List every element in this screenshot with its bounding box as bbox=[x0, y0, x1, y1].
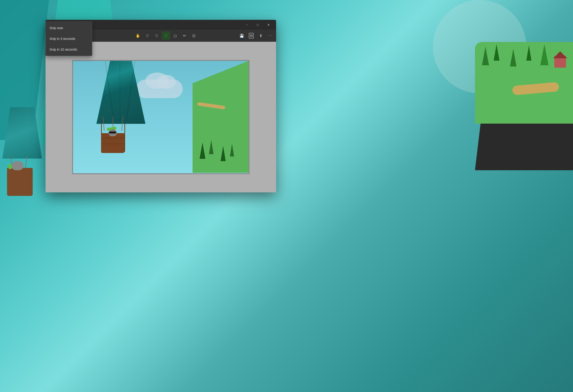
window-controls: − □ ✕ bbox=[242, 21, 274, 28]
save-icon: 💾 bbox=[239, 34, 244, 38]
snip-3s-item[interactable]: Snip in 3 seconds bbox=[46, 33, 92, 44]
maximize-button[interactable]: □ bbox=[252, 21, 263, 28]
bg-island-top bbox=[475, 42, 573, 124]
bg-balloon-top bbox=[2, 107, 42, 159]
dropdown-menu: Snip now Snip in 3 seconds Snip in 10 se… bbox=[46, 21, 92, 56]
pen-button[interactable]: ✏ bbox=[180, 32, 189, 40]
highlighter1-icon: ▽ bbox=[146, 34, 149, 38]
canvas-area bbox=[46, 42, 276, 192]
cat-figure bbox=[107, 127, 119, 139]
copy-button[interactable]: ⧉ bbox=[247, 32, 256, 40]
close-button[interactable]: ✕ bbox=[263, 21, 274, 28]
touch-tool-button[interactable]: ✋ bbox=[134, 32, 142, 40]
eraser-icon: ◻ bbox=[174, 34, 177, 38]
bg-balloon-basket bbox=[7, 168, 33, 196]
crop-icon: ⊡ bbox=[192, 34, 195, 38]
save-button[interactable]: 💾 bbox=[238, 32, 246, 40]
pen-icon: ✏ bbox=[183, 34, 186, 38]
background-island bbox=[461, 42, 573, 194]
highlighter2-icon: ▽ bbox=[155, 34, 158, 38]
crop-button[interactable]: ⊡ bbox=[190, 32, 198, 40]
scene-balloon bbox=[96, 61, 145, 124]
highlighter1-button[interactable]: ▽ bbox=[143, 32, 151, 40]
highlighter3-active-icon: ▽ bbox=[164, 34, 167, 38]
share-button[interactable]: ⬆ bbox=[256, 32, 265, 40]
more-icon: ··· bbox=[268, 34, 272, 38]
touch-icon: ✋ bbox=[136, 34, 140, 38]
snip-now-item[interactable]: Snip now bbox=[46, 23, 92, 33]
minimize-button[interactable]: − bbox=[242, 21, 252, 28]
highlighter2-button[interactable]: ▽ bbox=[152, 32, 161, 40]
copy-icon: ⧉ bbox=[249, 33, 254, 38]
share-icon: ⬆ bbox=[259, 34, 262, 38]
highlighter3-button[interactable]: ▽ bbox=[162, 32, 170, 40]
more-options-button[interactable]: ··· bbox=[266, 32, 274, 40]
snip-10s-item[interactable]: Snip in 10 seconds bbox=[46, 44, 92, 55]
canvas-frame bbox=[72, 60, 250, 174]
background-balloon bbox=[0, 93, 51, 210]
eraser-button[interactable]: ◻ bbox=[171, 32, 179, 40]
frame-bar-right bbox=[125, 124, 125, 152]
